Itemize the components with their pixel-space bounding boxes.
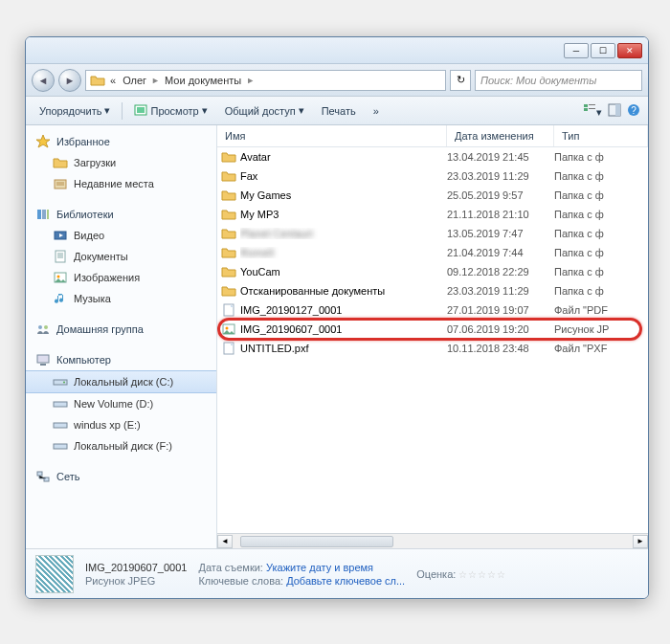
svg-rect-21 [40, 364, 46, 366]
folder-icon [221, 283, 236, 299]
file-row[interactable]: My MP321.11.2018 21:10Папка с ф [217, 205, 648, 224]
file-name: UNTITLED.pxf [240, 343, 447, 354]
sidebar-item-music[interactable]: Музыка [26, 288, 216, 309]
svg-text:?: ? [631, 105, 636, 116]
folder-icon [221, 207, 236, 222]
view-options-button[interactable]: ▾ [583, 102, 602, 119]
file-date: 13.05.2019 7:47 [447, 228, 554, 239]
music-icon [53, 291, 68, 306]
file-icon [221, 302, 236, 318]
file-name: Отсканированные документы [240, 285, 447, 297]
help-button[interactable]: ? [627, 103, 640, 119]
maximize-button[interactable]: ☐ [591, 43, 615, 58]
file-name: Fax [240, 170, 447, 182]
sidebar-item-videos[interactable]: Видео [26, 225, 216, 246]
sidebar-item-pictures[interactable]: Изображения [26, 267, 216, 288]
preview-button[interactable]: Просмотр▾ [128, 100, 212, 122]
column-type[interactable]: Тип [554, 125, 648, 146]
chevron-down-icon: ▾ [104, 104, 110, 117]
sidebar-item-downloads[interactable]: Загрузки [26, 152, 216, 173]
file-name: Avatar [240, 151, 447, 163]
column-name[interactable]: Имя [217, 125, 447, 146]
horizontal-scrollbar[interactable]: ◄ ► [217, 533, 648, 548]
folder-icon [221, 264, 236, 279]
sidebar-libraries[interactable]: Библиотеки [26, 204, 216, 225]
folder-icon [90, 73, 105, 88]
scroll-thumb[interactable] [240, 536, 393, 547]
details-pane: IMG_20190607_0001 Рисунок JPEG Дата съем… [26, 548, 648, 598]
minimize-button[interactable]: ─ [564, 43, 589, 58]
file-row[interactable]: IMG_20190607_000107.06.2019 19:20Рисунок… [217, 320, 648, 339]
svg-rect-20 [37, 355, 49, 363]
file-date: 27.01.2019 19:07 [447, 304, 554, 316]
details-date-value[interactable]: Укажите дату и время [266, 562, 373, 573]
more-button[interactable]: » [368, 102, 385, 120]
column-headers: Имя Дата изменения Тип [217, 125, 648, 147]
file-row[interactable]: YouCam09.12.2018 22:29Папка с ф [217, 262, 648, 281]
file-row[interactable]: Planet Centauri13.05.2019 7:47Папка с ф [217, 224, 648, 243]
sidebar-item-drive-f[interactable]: Локальный диск (F:) [26, 435, 216, 456]
organize-button[interactable]: Упорядочить▾ [34, 101, 116, 120]
file-date: 21.11.2018 21:10 [447, 209, 554, 220]
file-name: RomeII [240, 247, 447, 258]
video-icon [53, 228, 68, 243]
file-date: 23.03.2019 11:29 [447, 285, 554, 297]
back-button[interactable]: ◄ [32, 69, 55, 92]
file-row[interactable]: My Games25.05.2019 9:57Папка с ф [217, 186, 648, 205]
details-rating-label: Оценка: [416, 568, 456, 580]
file-list[interactable]: Avatar13.04.2019 21:45Папка с фFax23.03.… [217, 147, 648, 533]
file-name: YouCam [240, 266, 447, 278]
chevron-right-icon: ► [246, 76, 255, 85]
details-date-label: Дата съемки: [198, 562, 262, 573]
file-row[interactable]: Fax23.03.2019 11:29Папка с ф [217, 167, 648, 186]
breadcrumb-part[interactable]: Олег [121, 75, 148, 86]
sidebar-item-recent[interactable]: Недавние места [26, 173, 216, 194]
scroll-left-button[interactable]: ◄ [217, 535, 233, 548]
details-rating-value[interactable]: ☆☆☆☆☆ [458, 569, 506, 580]
file-row[interactable]: Отсканированные документы23.03.2019 11:2… [217, 281, 648, 300]
sidebar-homegroup[interactable]: Домашняя группа [26, 319, 216, 340]
drive-icon [53, 396, 68, 411]
sidebar-network[interactable]: Сеть [26, 466, 216, 487]
file-row[interactable]: UNTITLED.pxf10.11.2018 23:48Файл "PXF [217, 339, 648, 358]
file-date: 07.06.2019 19:20 [447, 323, 554, 335]
column-date[interactable]: Дата изменения [447, 125, 554, 146]
breadcrumb-root: « [108, 75, 118, 86]
breadcrumb-part[interactable]: Мои документы [163, 75, 243, 86]
address-bar[interactable]: « Олег ► Мои документы ► [85, 70, 446, 91]
sidebar-item-drive-d[interactable]: New Volume (D:) [26, 393, 216, 414]
file-name: IMG_20190607_0001 [240, 323, 447, 335]
svg-point-19 [44, 325, 48, 329]
navbar: ◄ ► « Олег ► Мои документы ► ↻ Поиск: Мо… [26, 64, 648, 97]
details-keywords-value[interactable]: Добавьте ключевое сл... [286, 575, 405, 587]
forward-button[interactable]: ► [58, 69, 81, 92]
sidebar-favorites[interactable]: Избранное [26, 131, 216, 152]
file-name: IMG_20190127_0001 [240, 304, 447, 316]
separator [122, 102, 123, 120]
file-date: 23.03.2019 11:29 [447, 170, 554, 182]
sidebar-item-documents[interactable]: Документы [26, 246, 216, 267]
explorer-window: ─ ☐ ✕ ◄ ► « Олег ► Мои документы ► ↻ Пои… [25, 36, 649, 599]
scroll-right-button[interactable]: ► [633, 535, 648, 548]
pictures-icon [53, 270, 68, 285]
preview-pane-button[interactable] [608, 103, 621, 119]
close-button[interactable]: ✕ [617, 43, 642, 58]
file-row[interactable]: IMG_20190127_000127.01.2019 19:07Файл "P… [217, 300, 648, 320]
chevron-down-icon: ▾ [299, 104, 304, 117]
search-input[interactable]: Поиск: Мои документы [475, 70, 642, 91]
file-name: My MP3 [240, 209, 447, 220]
svg-rect-1 [137, 107, 145, 113]
svg-rect-5 [589, 108, 595, 109]
svg-rect-11 [37, 210, 41, 219]
svg-rect-4 [589, 104, 595, 105]
file-row[interactable]: RomeII21.04.2019 7:44Папка с ф [217, 243, 648, 262]
print-button[interactable]: Печать [316, 102, 362, 120]
share-button[interactable]: Общий доступ▾ [219, 101, 310, 120]
svg-rect-2 [584, 104, 588, 107]
file-type: Папка с ф [554, 228, 648, 239]
sidebar-item-drive-c[interactable]: Локальный диск (C:) [26, 370, 216, 393]
file-row[interactable]: Avatar13.04.2019 21:45Папка с ф [217, 147, 648, 167]
refresh-button[interactable]: ↻ [450, 70, 471, 91]
sidebar-computer[interactable]: Компьютер [26, 349, 216, 370]
sidebar-item-drive-e[interactable]: windus xp (E:) [26, 414, 216, 435]
